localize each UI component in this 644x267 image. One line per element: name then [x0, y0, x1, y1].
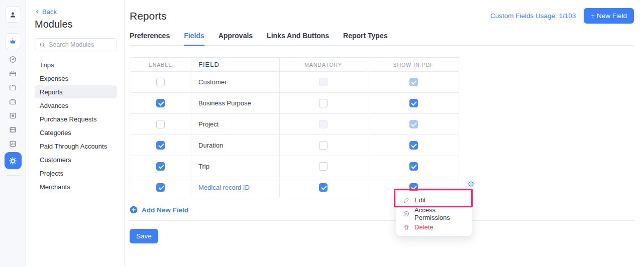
mandatory-checkbox[interactable] [319, 99, 328, 107]
show-in-pdf-checkbox[interactable] [409, 141, 418, 150]
tab-preferences[interactable]: Preferences [130, 32, 170, 45]
add-new-field-link[interactable]: Add New Field [130, 206, 188, 214]
sidebar-item-trips[interactable]: Trips [35, 58, 117, 71]
show-in-pdf-checkbox[interactable] [409, 78, 418, 86]
dashboard-icon [9, 55, 17, 64]
trash-icon [403, 224, 410, 231]
gear-icon [466, 179, 476, 189]
sidebar-item-purchase-requests[interactable]: Purchase Requests [35, 112, 117, 125]
column-header-field: FIELD [191, 58, 279, 71]
new-field-button[interactable]: + New Field [584, 8, 634, 24]
accounts-button[interactable] [5, 122, 21, 137]
app-icon-rail [0, 0, 26, 267]
enable-checkbox[interactable] [156, 183, 165, 192]
settings-icon [8, 156, 18, 166]
modules-sidebar: Back Modules Trips Expenses Reports Adva… [26, 0, 125, 267]
trips-icon [9, 69, 17, 78]
sidebar-item-customers[interactable]: Customers [35, 153, 117, 166]
main-content: Reports Custom Fields Usage: 1/103 + New… [125, 0, 644, 267]
section-divider [130, 220, 634, 221]
fields-table: ENABLE FIELD MANDATORY SHOW IN PDF Custo… [130, 57, 459, 198]
enable-checkbox[interactable] [156, 120, 165, 128]
add-new-field-label: Add New Field [142, 206, 188, 214]
show-in-pdf-checkbox[interactable] [409, 120, 418, 128]
wallet-icon [9, 97, 17, 106]
back-link[interactable]: Back [35, 8, 117, 16]
admin-view-button[interactable] [5, 33, 21, 49]
menu-item-delete[interactable]: Delete [396, 220, 472, 234]
mandatory-checkbox[interactable] [319, 120, 328, 128]
sidebar-item-categories[interactable]: Categories [35, 126, 117, 139]
search-modules-input[interactable] [49, 41, 113, 48]
access-permissions-icon [403, 210, 410, 217]
field-name: Customer [191, 72, 279, 92]
sidebar-item-paid-through-accounts[interactable]: Paid Through Accounts [35, 140, 117, 153]
column-header-show-in-pdf: SHOW IN PDF [367, 58, 460, 71]
menu-item-label: Access Permissions [414, 206, 465, 221]
search-modules-box[interactable] [35, 38, 117, 51]
mandatory-checkbox[interactable] [319, 162, 328, 171]
menu-item-label: Delete [414, 223, 434, 231]
enable-checkbox[interactable] [156, 141, 165, 150]
sidebar-item-expenses[interactable]: Expenses [35, 72, 117, 85]
enable-checkbox[interactable] [156, 78, 165, 86]
user-profile-button[interactable] [5, 7, 21, 23]
menu-item-label: Edit [414, 196, 425, 204]
expenses-button[interactable] [5, 80, 21, 94]
column-header-mandatory: MANDATORY [279, 58, 367, 71]
pencil-icon [403, 197, 410, 204]
rail-divider [7, 28, 20, 28]
trips-button[interactable] [5, 66, 21, 80]
accounts-icon [9, 125, 17, 134]
sidebar-item-merchants[interactable]: Merchants [35, 180, 117, 193]
custom-fields-usage-link[interactable]: Custom Fields Usage: 1/103 [490, 12, 576, 20]
table-row: Business Purpose [130, 92, 459, 113]
report-settings-tabs: Preferences Fields Approvals Links And B… [130, 32, 634, 46]
field-name: Project [191, 114, 279, 135]
tab-fields[interactable]: Fields [184, 32, 204, 45]
table-row: Customer [130, 71, 459, 92]
field-name: Business Purpose [191, 93, 279, 113]
column-header-enable: ENABLE [130, 58, 191, 71]
back-label: Back [42, 8, 57, 16]
enable-checkbox[interactable] [156, 162, 165, 171]
table-row: Project [130, 113, 459, 135]
expenses-icon [9, 83, 17, 92]
modules-list: Trips Expenses Reports Advances Purchase… [35, 58, 117, 193]
analytics-button[interactable] [5, 137, 21, 151]
menu-item-access-permissions[interactable]: Access Permissions [396, 207, 472, 220]
user-profile-icon [9, 11, 17, 19]
sidebar-title: Modules [35, 19, 117, 30]
save-button[interactable]: Save [130, 229, 158, 243]
custom-field-settings-button[interactable] [466, 179, 476, 189]
approvals-button[interactable] [5, 108, 21, 122]
mandatory-checkbox[interactable] [319, 78, 328, 86]
field-name[interactable]: Medical record ID [191, 177, 279, 198]
enable-checkbox[interactable] [156, 99, 165, 107]
show-in-pdf-checkbox[interactable] [409, 99, 418, 107]
mandatory-checkbox[interactable] [319, 183, 328, 192]
wallet-button[interactable] [5, 94, 21, 108]
tab-report-types[interactable]: Report Types [343, 32, 387, 45]
sidebar-item-reports[interactable]: Reports [35, 85, 117, 98]
table-row: Trip [130, 156, 459, 177]
approvals-icon [9, 111, 17, 120]
tab-approvals[interactable]: Approvals [219, 32, 253, 45]
chevron-left-icon [35, 9, 40, 15]
tab-links-and-buttons[interactable]: Links And Buttons [267, 32, 329, 45]
menu-item-edit[interactable]: Edit [396, 193, 472, 207]
show-in-pdf-checkbox[interactable] [409, 162, 418, 171]
rail-divider [7, 175, 20, 176]
field-name: Duration [191, 135, 279, 156]
sidebar-item-projects[interactable]: Projects [35, 167, 117, 180]
table-header-row: ENABLE FIELD MANDATORY SHOW IN PDF [130, 58, 459, 71]
settings-button[interactable] [5, 152, 22, 169]
custom-field-context-menu: Edit Access Permissions Delete [396, 191, 472, 236]
mandatory-checkbox[interactable] [319, 141, 328, 150]
analytics-icon [9, 140, 17, 148]
plus-circle-icon [130, 206, 138, 214]
page-title: Reports [130, 10, 167, 22]
sidebar-item-advances[interactable]: Advances [35, 99, 117, 112]
dashboard-button[interactable] [5, 52, 21, 66]
field-name: Trip [191, 156, 279, 177]
